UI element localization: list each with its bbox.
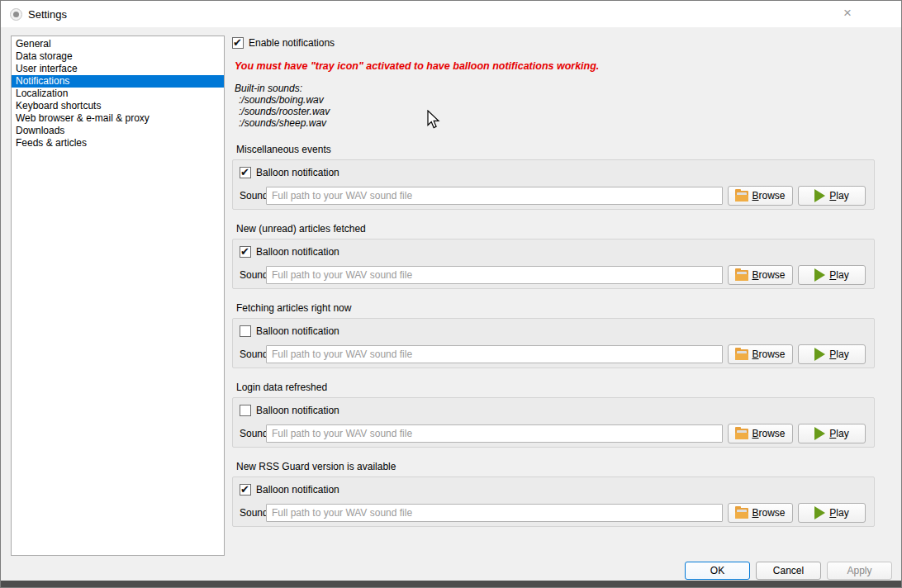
balloon-notification-label: Balloon notification [256,405,339,416]
sound-row: Sound Browse Play [240,265,866,285]
sound-path-input[interactable] [266,424,723,443]
builtin-sound-path: :/sounds/rooster.wav [235,106,883,117]
window-bottom-edge [1,581,901,587]
sound-path-input[interactable] [266,345,723,363]
sound-path-input[interactable] [266,504,723,522]
notification-section: Login data refreshed Balloon notificatio… [232,382,883,448]
play-icon [814,506,825,519]
browse-button[interactable]: Browse [728,503,793,523]
sound-label: Sound [240,428,266,439]
settings-category-list: GeneralData storageUser interfaceNotific… [11,36,225,556]
play-button[interactable]: Play [798,186,866,206]
builtin-sound-path: :/sounds/sheep.wav [235,117,883,129]
notification-section: New RSS Guard version is available Ballo… [232,461,883,527]
sound-label: Sound [240,269,266,281]
sound-row: Sound Browse Play [240,503,866,523]
ok-button[interactable]: OK [685,562,750,580]
balloon-notification-label: Balloon notification [256,484,339,496]
settings-gear-icon [10,8,22,21]
balloon-notification-checkbox[interactable] [240,325,251,337]
balloon-row: Balloon notification [240,325,866,337]
play-icon [814,189,825,202]
notification-section: New (unread) articles fetched Balloon no… [232,223,883,289]
sidebar-item-general[interactable]: General [12,38,224,50]
sound-row: Sound Browse Play [240,344,866,364]
play-button[interactable]: Play [798,503,866,523]
builtin-sound-path: :/sounds/boing.wav [235,94,883,106]
sidebar-item-web-browser-e-mail-proxy[interactable]: Web browser & e-mail & proxy [12,112,224,125]
folder-icon [735,270,748,281]
sound-label: Sound [240,349,266,360]
window-title: Settings [28,8,67,21]
section-title: Fetching articles right now [236,302,883,314]
folder-icon [735,191,748,202]
enable-notifications-checkbox[interactable] [232,37,244,49]
folder-icon [735,508,748,519]
balloon-notification-checkbox[interactable] [240,167,251,178]
sound-path-input[interactable] [266,266,723,284]
balloon-row: Balloon notification [240,167,866,178]
browse-button[interactable]: Browse [728,344,793,364]
cancel-button[interactable]: Cancel [756,562,821,580]
play-button[interactable]: Play [798,424,866,443]
enable-notifications-row: Enable notifications [232,37,883,49]
sound-label: Sound [240,190,266,202]
play-button[interactable]: Play [798,265,866,285]
enable-notifications-label: Enable notifications [249,37,335,49]
settings-dialog: Settings × GeneralData storageUser inter… [0,0,902,588]
play-icon [814,268,825,282]
balloon-row: Balloon notification [240,246,866,258]
close-icon[interactable]: × [838,5,857,23]
notification-sections: Miscellaneous events Balloon notificatio… [232,144,883,527]
section-groupbox: Balloon notification Sound Browse Play [232,318,875,368]
browse-button[interactable]: Browse [728,186,793,206]
sound-path-input[interactable] [266,187,723,205]
play-icon [814,427,825,440]
mouse-cursor [427,110,441,130]
section-groupbox: Balloon notification Sound Browse Play [232,397,875,448]
section-title: Miscellaneous events [236,144,883,155]
balloon-notification-checkbox[interactable] [240,246,251,258]
section-title: Login data refreshed [236,382,883,393]
notifications-panel: Enable notifications You must have "tray… [232,37,883,540]
builtin-sounds-title: Built-in sounds: [235,83,883,94]
folder-icon [735,349,748,360]
section-title: New RSS Guard version is available [236,461,883,472]
section-title: New (unread) articles fetched [236,223,883,235]
balloon-notification-checkbox[interactable] [240,405,251,416]
section-groupbox: Balloon notification Sound Browse Play [232,159,875,210]
sidebar-item-feeds-articles[interactable]: Feeds & articles [12,137,224,149]
titlebar: Settings × [1,1,901,27]
browse-button[interactable]: Browse [728,424,793,443]
sidebar-item-keyboard-shortcuts[interactable]: Keyboard shortcuts [12,100,224,112]
play-icon [814,348,825,361]
sidebar-item-downloads[interactable]: Downloads [12,125,224,137]
builtin-sounds-block: Built-in sounds: :/sounds/boing.wav :/so… [235,83,883,129]
tray-icon-warning-text: You must have "tray icon" activated to h… [235,60,883,72]
sidebar-item-user-interface[interactable]: User interface [12,63,224,75]
sidebar-item-data-storage[interactable]: Data storage [12,50,224,63]
balloon-notification-label: Balloon notification [256,246,339,258]
sound-row: Sound Browse Play [240,424,866,443]
balloon-notification-label: Balloon notification [256,167,339,178]
folder-icon [735,429,748,439]
section-groupbox: Balloon notification Sound Browse Play [232,239,875,289]
notification-section: Fetching articles right now Balloon noti… [232,302,883,368]
sound-row: Sound Browse Play [240,186,866,206]
balloon-notification-label: Balloon notification [256,325,339,337]
sidebar-item-localization[interactable]: Localization [12,88,224,100]
section-groupbox: Balloon notification Sound Browse Play [232,477,875,527]
sidebar-item-notifications[interactable]: Notifications [12,75,224,88]
apply-button: Apply [827,562,892,580]
play-button[interactable]: Play [798,344,866,364]
notification-section: Miscellaneous events Balloon notificatio… [232,144,883,210]
balloon-notification-checkbox[interactable] [240,484,251,496]
sound-label: Sound [240,507,266,519]
balloon-row: Balloon notification [240,484,866,496]
browse-button[interactable]: Browse [728,265,793,285]
balloon-row: Balloon notification [240,405,866,416]
